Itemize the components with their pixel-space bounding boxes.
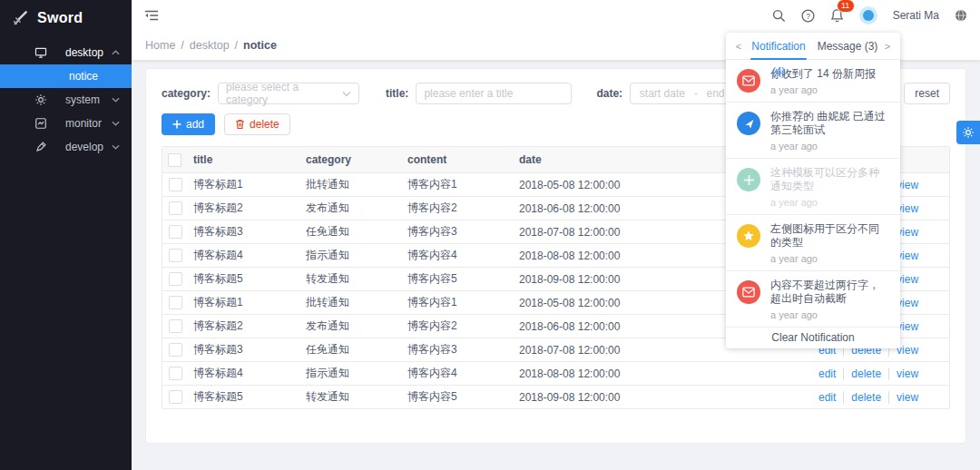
- tabs-next-icon[interactable]: >: [882, 41, 893, 52]
- date-range-separator: -: [694, 87, 698, 100]
- row-checkbox[interactable]: [169, 201, 182, 215]
- cell-content: 博客内容1: [402, 291, 514, 315]
- row-checkbox[interactable]: [169, 319, 182, 333]
- sidebar-item-label: monitor: [65, 117, 112, 130]
- sidebar: Sword desktop notice: [0, 0, 132, 470]
- chevron-down-icon: [112, 144, 120, 150]
- row-checkbox[interactable]: [169, 225, 182, 239]
- cell-category: 批转通知: [300, 173, 402, 197]
- row-checkbox[interactable]: [169, 390, 182, 404]
- select-all-checkbox[interactable]: [168, 153, 181, 167]
- row-checkbox[interactable]: [169, 249, 182, 262]
- notification-title: 你推荐的 曲妮妮 已通过第三轮面试: [770, 110, 889, 137]
- title-input[interactable]: [416, 83, 572, 104]
- cell-title: 博客标题5: [188, 386, 300, 409]
- settings-drawer-button[interactable]: [956, 121, 980, 144]
- tool-icon: [34, 141, 47, 153]
- sidebar-item-monitor[interactable]: monitor: [0, 112, 132, 135]
- clear-notification-button[interactable]: Clear Notification: [726, 328, 900, 348]
- cell-category: 转发通知: [300, 268, 402, 291]
- cell-content: 博客内容3: [402, 338, 514, 362]
- breadcrumb-current: notice: [243, 39, 277, 52]
- header-actions: ? 11 Serati Ma: [772, 6, 967, 24]
- tabs-prev-icon[interactable]: <: [733, 41, 744, 52]
- sidebar-item-label: system: [65, 93, 112, 106]
- row-checkbox[interactable]: [169, 296, 182, 309]
- add-button[interactable]: add: [162, 113, 215, 135]
- notification-item[interactable]: 这种模板可以区分多种通知类型 a year ago: [726, 159, 900, 215]
- breadcrumb-home[interactable]: Home: [145, 39, 175, 52]
- desktop-icon: [34, 46, 47, 59]
- table-row: 博客标题5 转发通知 博客内容5 2018-09-08 12:00:00 edi…: [162, 386, 949, 409]
- tab-notification[interactable]: Notification (4): [744, 34, 813, 59]
- cell-content: 博客内容5: [402, 268, 514, 291]
- row-checkbox[interactable]: [169, 272, 182, 286]
- date-label: date:: [596, 87, 622, 100]
- user-avatar[interactable]: [859, 6, 877, 24]
- cell-category: 批转通知: [300, 291, 402, 315]
- cell-title: 博客标题4: [188, 244, 300, 268]
- row-checkbox[interactable]: [169, 343, 182, 357]
- notification-item[interactable]: 内容不要超过两行字，超出时自动截断 a year ago: [726, 271, 900, 328]
- cell-content: 博客内容3: [402, 220, 514, 244]
- cell-content: 博客内容4: [402, 244, 514, 268]
- collapse-menu-icon[interactable]: [144, 9, 159, 22]
- cell-category: 任免通知: [300, 338, 402, 362]
- title-label: title:: [386, 87, 408, 100]
- header-top-bar: ? 11 Serati Ma: [132, 0, 980, 31]
- category-label: category:: [162, 87, 211, 100]
- cell-title: 博客标题1: [188, 291, 300, 315]
- user-name[interactable]: Serati Ma: [893, 9, 939, 22]
- search-icon[interactable]: [772, 9, 786, 23]
- view-link[interactable]: view: [888, 367, 918, 380]
- plus-icon: [743, 174, 755, 186]
- sidebar-item-system[interactable]: system: [0, 88, 132, 112]
- add-button-label: add: [186, 118, 204, 131]
- category-select[interactable]: please select a category: [218, 83, 359, 104]
- notification-item[interactable]: 左侧图标用于区分不同的类型 a year ago: [726, 215, 900, 271]
- notification-time: a year ago: [770, 197, 889, 208]
- notification-time: a year ago: [770, 253, 889, 264]
- reset-button[interactable]: reset: [904, 83, 950, 104]
- notification-time: a year ago: [770, 84, 876, 95]
- date-start-placeholder: start date: [640, 87, 685, 100]
- mail-icon: [742, 287, 755, 298]
- cell-content: 博客内容4: [402, 362, 514, 386]
- sidebar-item-develop[interactable]: develop: [0, 135, 132, 159]
- sidebar-item-notice[interactable]: notice: [0, 64, 132, 88]
- help-icon[interactable]: ?: [801, 9, 815, 23]
- cell-category: 指示通知: [300, 244, 402, 268]
- cell-content: 博客内容1: [402, 173, 514, 197]
- notification-item[interactable]: 你收到了 14 份新周报 a year ago: [726, 60, 900, 103]
- notification-time: a year ago: [770, 141, 889, 152]
- edit-link[interactable]: edit: [818, 391, 836, 404]
- edit-link[interactable]: edit: [818, 367, 836, 380]
- table-row: 博客标题4 指示通知 博客内容4 2018-08-08 12:00:00 edi…: [162, 362, 949, 386]
- notification-item[interactable]: 你推荐的 曲妮妮 已通过第三轮面试 a year ago: [726, 103, 900, 159]
- cell-title: 博客标题1: [188, 173, 300, 197]
- delete-button[interactable]: delete: [224, 113, 290, 135]
- sidebar-item-desktop[interactable]: desktop: [0, 41, 132, 64]
- notification-list: 你收到了 14 份新周报 a year ago 你推荐的 曲妮妮 已通过第三轮面…: [726, 60, 900, 328]
- view-link[interactable]: view: [888, 391, 918, 404]
- cell-date: 2018-09-08 12:00:00: [514, 386, 813, 409]
- cell-content: 博客内容2: [402, 315, 514, 338]
- cell-category: 发布通知: [300, 197, 402, 220]
- star-icon: [742, 230, 755, 242]
- notification-time: a year ago: [770, 309, 889, 320]
- delete-link[interactable]: delete: [843, 367, 881, 380]
- cell-content: 博客内容2: [402, 197, 514, 220]
- notifications-bell-icon[interactable]: 11: [830, 8, 844, 23]
- row-checkbox[interactable]: [169, 367, 182, 380]
- delete-button-label: delete: [250, 118, 279, 131]
- breadcrumb-desktop[interactable]: desktop: [190, 39, 230, 52]
- tab-message[interactable]: Message (3): [813, 34, 882, 59]
- breadcrumb-separator: /: [235, 39, 238, 52]
- sword-logo-icon: [11, 9, 29, 27]
- mail-icon: [742, 75, 755, 86]
- chevron-up-icon: [112, 50, 120, 55]
- row-checkbox[interactable]: [169, 178, 182, 191]
- language-globe-icon[interactable]: [955, 9, 967, 22]
- delete-link[interactable]: delete: [843, 391, 881, 404]
- notification-title: 左侧图标用于区分不同的类型: [770, 222, 889, 250]
